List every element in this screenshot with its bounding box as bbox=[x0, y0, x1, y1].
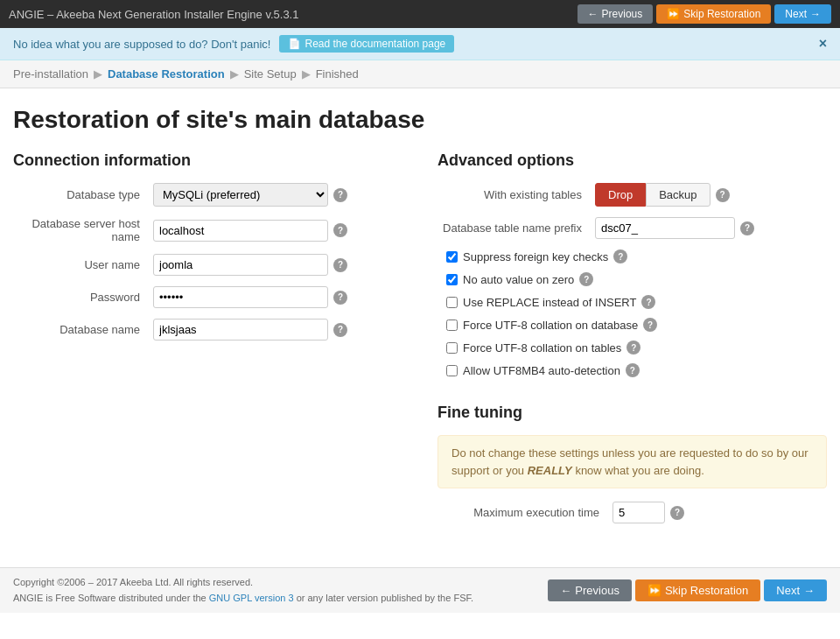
banner-left: No idea what you are supposed to do? Don… bbox=[13, 35, 454, 53]
password-field[interactable] bbox=[153, 286, 328, 308]
db-name-row: Database name ? bbox=[13, 319, 402, 341]
footer-skip-button[interactable]: ⏩ Skip Restoration bbox=[635, 579, 760, 601]
footer: Copyright ©2006 – 2017 Akeeba Ltd. All r… bbox=[0, 567, 840, 613]
suppress-fk-label: Suppress foreign key checks bbox=[463, 250, 608, 263]
breadcrumb-finished: Finished bbox=[316, 67, 359, 81]
password-row: Password ? bbox=[13, 286, 402, 308]
breadcrumb-preinstall[interactable]: Pre-installation bbox=[13, 67, 88, 81]
username-label: User name bbox=[13, 258, 153, 271]
footer-next-button[interactable]: Next → bbox=[764, 579, 827, 601]
use-replace-help-icon[interactable]: ? bbox=[641, 295, 655, 309]
db-name-input: ? bbox=[153, 319, 402, 341]
db-type-input: MySQLi (preferred) MySQL PDO MySQL ? bbox=[153, 183, 402, 207]
db-name-help-icon[interactable]: ? bbox=[333, 323, 347, 337]
force-utf8-db-checkbox[interactable] bbox=[446, 320, 458, 331]
max-exec-row: Maximum execution time ? bbox=[438, 502, 827, 523]
fine-tuning-title: Fine tuning bbox=[438, 404, 827, 422]
password-help-icon[interactable]: ? bbox=[333, 291, 347, 305]
info-banner: No idea what you are supposed to do? Don… bbox=[0, 28, 840, 60]
prefix-field[interactable] bbox=[595, 217, 735, 239]
db-name-field[interactable] bbox=[153, 319, 328, 341]
connection-section-title: Connection information bbox=[13, 151, 402, 170]
arrow-right-icon: → bbox=[810, 8, 821, 20]
db-type-select[interactable]: MySQLi (preferred) MySQL PDO MySQL bbox=[153, 183, 328, 207]
no-auto-zero-help-icon[interactable]: ? bbox=[579, 272, 593, 286]
top-prev-button[interactable]: ← Previous bbox=[578, 4, 654, 24]
doc-link-button[interactable]: 📄 Read the documentation page bbox=[279, 35, 454, 53]
suppress-fk-help-icon[interactable]: ? bbox=[613, 249, 627, 263]
use-replace-label: Use REPLACE instead of INSERT bbox=[463, 296, 636, 309]
drop-button[interactable]: Drop bbox=[595, 183, 646, 207]
top-bar: ANGIE – Akeeba Next Generation Installer… bbox=[0, 0, 840, 28]
drop-backup-group: Drop Backup bbox=[595, 183, 710, 207]
fine-tuning-warning: Do not change these settings unless you … bbox=[438, 435, 827, 488]
license-text: ANGIE is Free Software distributed under… bbox=[13, 591, 473, 607]
top-next-button[interactable]: Next → bbox=[774, 4, 831, 24]
max-exec-field[interactable] bbox=[612, 502, 665, 523]
app-title: ANGIE – Akeeba Next Generation Installer… bbox=[9, 8, 298, 21]
prefix-row: Database table name prefix ? bbox=[438, 217, 827, 239]
force-utf8-tables-row: Force UTF-8 collation on tables ? bbox=[438, 341, 827, 355]
no-auto-zero-checkbox[interactable] bbox=[446, 274, 458, 285]
backup-button[interactable]: Backup bbox=[646, 183, 710, 207]
no-auto-zero-label: No auto value on zero bbox=[463, 273, 574, 286]
allow-utf8mb4-checkbox[interactable] bbox=[446, 365, 458, 376]
footer-left: Copyright ©2006 – 2017 Akeeba Ltd. All r… bbox=[13, 575, 473, 606]
footer-prev-button[interactable]: ← Previous bbox=[548, 579, 632, 601]
max-exec-label: Maximum execution time bbox=[438, 506, 612, 519]
top-bar-buttons: ← Previous ⏩ Skip Restoration Next → bbox=[578, 4, 831, 24]
advanced-section-title: Advanced options bbox=[438, 151, 827, 170]
username-row: User name ? bbox=[13, 254, 402, 276]
db-name-label: Database name bbox=[13, 323, 153, 336]
server-host-input: ? bbox=[153, 220, 402, 242]
force-utf8-tables-checkbox[interactable] bbox=[446, 342, 458, 354]
breadcrumb-sep-1: ▶ bbox=[94, 67, 102, 81]
no-auto-zero-row: No auto value on zero ? bbox=[438, 272, 827, 286]
use-replace-checkbox[interactable] bbox=[446, 297, 458, 308]
suppress-fk-row: Suppress foreign key checks ? bbox=[438, 249, 827, 263]
allow-utf8mb4-help-icon[interactable]: ? bbox=[626, 363, 640, 377]
main-content: Restoration of site's main database Conn… bbox=[0, 88, 840, 550]
breadcrumb: Pre-installation ▶ Database Restoration … bbox=[0, 60, 840, 88]
with-existing-help-icon[interactable]: ? bbox=[716, 188, 730, 202]
allow-utf8mb4-label: Allow UTF8MB4 auto-detection bbox=[463, 364, 620, 377]
prefix-help-icon[interactable]: ? bbox=[740, 221, 754, 235]
server-host-help-icon[interactable]: ? bbox=[333, 223, 347, 237]
content-columns: Connection information Database type MyS… bbox=[13, 151, 827, 532]
suppress-fk-checkbox[interactable] bbox=[446, 251, 458, 263]
db-type-label: Database type bbox=[13, 188, 153, 201]
force-utf8-db-label: Force UTF-8 collation on database bbox=[463, 319, 638, 332]
advanced-section: Advanced options With existing tables Dr… bbox=[438, 151, 827, 532]
breadcrumb-sep-2: ▶ bbox=[230, 67, 239, 81]
password-input: ? bbox=[153, 286, 402, 308]
breadcrumb-db-restore[interactable]: Database Restoration bbox=[108, 67, 225, 81]
top-skip-button[interactable]: ⏩ Skip Restoration bbox=[656, 4, 771, 24]
max-exec-help-icon[interactable]: ? bbox=[670, 506, 684, 520]
footer-buttons: ← Previous ⏩ Skip Restoration Next → bbox=[548, 579, 827, 601]
allow-utf8mb4-row: Allow UTF8MB4 auto-detection ? bbox=[438, 363, 827, 377]
server-host-row: Database server host name ? bbox=[13, 217, 402, 243]
arrow-left-icon: ← bbox=[588, 8, 598, 20]
copyright-text: Copyright ©2006 – 2017 Akeeba Ltd. All r… bbox=[13, 575, 473, 591]
close-banner-button[interactable]: × bbox=[819, 36, 827, 52]
db-type-row: Database type MySQLi (preferred) MySQL P… bbox=[13, 183, 402, 207]
footer-arrow-left-icon: ← bbox=[560, 584, 571, 597]
gpl-link[interactable]: GNU GPL version 3 bbox=[209, 593, 294, 603]
username-help-icon[interactable]: ? bbox=[333, 258, 347, 272]
fine-tuning-section: Fine tuning Do not change these settings… bbox=[438, 395, 827, 523]
banner-text: No idea what you are supposed to do? Don… bbox=[13, 38, 270, 51]
password-label: Password bbox=[13, 291, 153, 304]
with-existing-row: With existing tables Drop Backup ? bbox=[438, 183, 827, 207]
server-host-field[interactable] bbox=[153, 220, 328, 242]
use-replace-row: Use REPLACE instead of INSERT ? bbox=[438, 295, 827, 309]
username-field[interactable] bbox=[153, 254, 328, 276]
force-utf8-db-row: Force UTF-8 collation on database ? bbox=[438, 318, 827, 332]
prefix-label: Database table name prefix bbox=[438, 221, 595, 235]
fast-forward-icon: ⏩ bbox=[667, 8, 680, 20]
force-utf8-db-help-icon[interactable]: ? bbox=[643, 318, 657, 332]
footer-arrow-right-icon: → bbox=[803, 584, 815, 597]
breadcrumb-site-setup[interactable]: Site Setup bbox=[244, 67, 297, 81]
force-utf8-tables-help-icon[interactable]: ? bbox=[626, 341, 640, 355]
db-type-help-icon[interactable]: ? bbox=[333, 188, 347, 202]
doc-icon: 📄 bbox=[288, 38, 301, 50]
